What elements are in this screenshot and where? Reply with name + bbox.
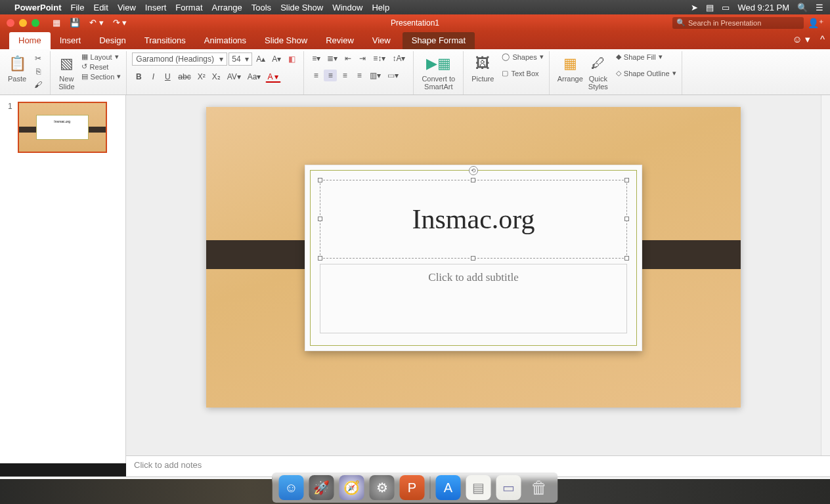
convert-smartart-button[interactable]: ▶▦ Convert to SmartArt	[419, 52, 458, 92]
align-center-button[interactable]: ≡	[324, 70, 337, 81]
columns-button[interactable]: ▥▾	[367, 70, 383, 81]
slide-thumbnail-1[interactable]: Insmac.org	[18, 102, 107, 153]
numbering-button[interactable]: ≣▾	[324, 52, 340, 64]
shrink-font-button[interactable]: A▾	[269, 53, 284, 65]
menu-arrange[interactable]: Arrange	[212, 3, 242, 12]
dock-trash-icon[interactable]: 🗑	[527, 475, 552, 500]
menu-insert[interactable]: Insert	[145, 3, 167, 12]
font-color-button[interactable]: A ▾	[265, 71, 282, 83]
menu-slideshow[interactable]: Slide Show	[280, 3, 323, 12]
tab-review[interactable]: Review	[317, 32, 363, 49]
dock-document-icon[interactable]: ▤	[466, 475, 491, 500]
shape-fill-button[interactable]: ◆ Shape Fill ▾	[616, 52, 676, 61]
quick-styles-button[interactable]: 🖊 Quick Styles	[586, 52, 611, 92]
handle-bl[interactable]	[318, 256, 322, 261]
app-name[interactable]: PowerPoint	[14, 3, 62, 12]
align-text-button[interactable]: ▭▾	[385, 70, 401, 81]
menu-file[interactable]: File	[71, 3, 85, 12]
save-icon[interactable]: 💾	[70, 18, 80, 28]
font-size-select[interactable]: 54▾	[229, 52, 252, 66]
change-case-button[interactable]: Aa▾	[245, 71, 264, 83]
strike-button[interactable]: abc	[175, 71, 193, 83]
handle-tr[interactable]	[624, 178, 629, 182]
dock-finder-icon[interactable]: ☺	[279, 475, 304, 500]
battery-icon[interactable]: ▭	[722, 3, 730, 12]
underline-button[interactable]: U	[161, 71, 174, 83]
italic-button[interactable]: I	[146, 71, 160, 83]
font-family-select[interactable]: Garamond (Headings)▾	[132, 52, 227, 66]
dock-powerpoint-icon[interactable]: P	[400, 475, 425, 500]
redo-icon[interactable]: ↷ ▾	[113, 18, 127, 28]
handle-t[interactable]	[471, 178, 475, 182]
justify-button[interactable]: ≡	[353, 70, 366, 81]
char-spacing-button[interactable]: AV▾	[225, 71, 244, 83]
clock[interactable]: Wed 9:21 PM	[737, 3, 789, 12]
list-icon[interactable]: ☰	[816, 3, 823, 12]
tab-insert[interactable]: Insert	[51, 32, 91, 49]
menu-view[interactable]: View	[118, 3, 136, 12]
grow-font-button[interactable]: A▴	[253, 53, 268, 65]
dock-launchpad-icon[interactable]: 🚀	[309, 475, 334, 500]
dock-folder-icon[interactable]: ▭	[496, 475, 521, 500]
menu-edit[interactable]: Edit	[93, 3, 108, 12]
dock-safari-icon[interactable]: 🧭	[339, 475, 364, 500]
new-slide-button[interactable]: ▧ New Slide	[56, 52, 77, 92]
subtitle-textbox[interactable]: Click to add subtitle	[320, 264, 627, 333]
cut-button[interactable]: ✂	[32, 52, 45, 64]
layout-button[interactable]: ▦ Layout ▾	[81, 52, 121, 61]
arrange-button[interactable]: ▦ Arrange	[555, 52, 586, 84]
handle-r[interactable]	[624, 217, 629, 221]
clear-format-button[interactable]: ◧	[285, 53, 298, 65]
undo-icon[interactable]: ↶ ▾	[89, 18, 104, 28]
format-painter-button[interactable]: 🖌	[32, 79, 45, 91]
dock-appstore-icon[interactable]: A	[436, 475, 461, 500]
tab-design[interactable]: Design	[90, 32, 135, 49]
paste-button[interactable]: 📋 Paste	[5, 52, 29, 84]
tab-slideshow[interactable]: Slide Show	[255, 32, 317, 49]
handle-br[interactable]	[624, 256, 629, 261]
tab-shape-format[interactable]: Shape Format	[403, 32, 475, 49]
subscript-button[interactable]: X₂	[209, 71, 223, 83]
feedback-icon[interactable]: ☺ ▾	[793, 33, 810, 45]
line-spacing-button[interactable]: ≡↕▾	[370, 52, 388, 64]
shape-outline-button[interactable]: ◇ Shape Outline ▾	[616, 69, 676, 77]
dock-preferences-icon[interactable]: ⚙	[370, 475, 395, 500]
align-right-button[interactable]: ≡	[338, 70, 351, 81]
handle-b[interactable]	[471, 256, 475, 261]
slide-1[interactable]: ⟲ Insmac.org Click to add subtitle	[206, 107, 741, 408]
tab-transitions[interactable]: Transitions	[135, 32, 195, 49]
section-button[interactable]: ▤ Section ▾	[81, 72, 121, 81]
outdent-button[interactable]: ⇤	[341, 52, 355, 64]
share-icon[interactable]: 👤⁺	[808, 18, 823, 28]
tab-home[interactable]: Home	[9, 32, 51, 49]
textbox-button[interactable]: ▢ Text Box	[502, 69, 543, 77]
search-field[interactable]: 🔍 Search in Presentation	[672, 17, 804, 29]
cursor-icon[interactable]: ➤	[691, 3, 698, 12]
rotate-handle[interactable]: ⟲	[469, 166, 478, 175]
slide-canvas-area[interactable]: ⟲ Insmac.org Click to add subtitle	[126, 95, 830, 463]
menu-tools[interactable]: Tools	[251, 3, 271, 12]
close-button[interactable]	[7, 19, 14, 27]
spotlight-icon[interactable]: 🔍	[797, 3, 808, 12]
menu-help[interactable]: Help	[372, 3, 389, 12]
display-icon[interactable]: ▤	[706, 3, 714, 12]
handle-l[interactable]	[318, 217, 322, 221]
title-textbox[interactable]: ⟲ Insmac.org	[320, 180, 627, 259]
bullets-button[interactable]: ≡▾	[309, 52, 323, 64]
shapes-button[interactable]: ◯ Shapes ▾	[502, 52, 543, 61]
bold-button[interactable]: B	[132, 71, 145, 83]
align-left-button[interactable]: ≡	[309, 70, 322, 81]
tab-view[interactable]: View	[363, 32, 400, 49]
collapse-ribbon-icon[interactable]: ^	[820, 33, 825, 45]
picture-button[interactable]: 🖼 Picture	[469, 52, 496, 84]
menu-window[interactable]: Window	[332, 3, 362, 12]
menu-format[interactable]: Format	[175, 3, 202, 12]
copy-button[interactable]: ⎘	[32, 66, 45, 77]
reset-button[interactable]: ↺ Reset	[81, 62, 121, 71]
indent-button[interactable]: ⇥	[356, 52, 369, 64]
title-text[interactable]: Insmac.org	[412, 203, 535, 235]
handle-tl[interactable]	[318, 178, 322, 182]
tab-animations[interactable]: Animations	[195, 32, 255, 49]
minimize-button[interactable]	[19, 19, 27, 27]
superscript-button[interactable]: X²	[195, 71, 208, 83]
